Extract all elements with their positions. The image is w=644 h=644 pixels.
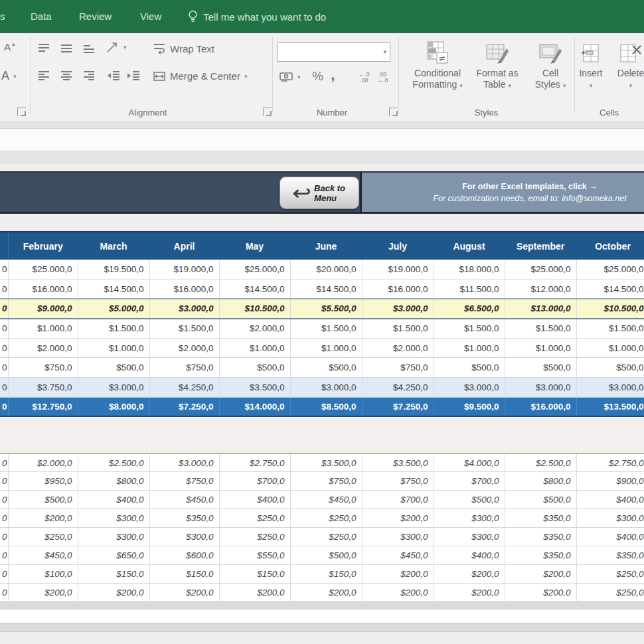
spreadsheet-cell[interactable]: $25.000,0 [219, 260, 290, 280]
spreadsheet-cell[interactable]: $16.000,0 [362, 280, 434, 299]
spreadsheet-cell[interactable]: $250,0 [576, 583, 644, 602]
tell-me-box[interactable]: Tell me what you want to do [188, 0, 326, 33]
spreadsheet-cell[interactable]: $150,0 [290, 564, 362, 583]
promo-line2[interactable]: For customization needs, email to: info@… [400, 194, 644, 203]
spreadsheet-cell[interactable]: $5.000,0 [78, 299, 149, 319]
orientation-button[interactable]: ▾ [105, 40, 127, 54]
spreadsheet-cell[interactable]: $14.500,0 [78, 280, 149, 299]
spreadsheet-cell[interactable]: $450,0 [290, 491, 362, 509]
spreadsheet-cell[interactable]: $250,0 [8, 528, 78, 546]
spreadsheet-cell[interactable]: $350,0 [505, 509, 576, 528]
spreadsheet-cell[interactable]: $500,0 [576, 358, 644, 378]
cell-partial[interactable]: 0 [0, 397, 8, 417]
align-top-button[interactable] [37, 42, 50, 53]
spreadsheet-cell[interactable]: $250,0 [219, 509, 290, 528]
spreadsheet-cell[interactable]: $20.000,0 [290, 260, 362, 280]
decrease-indent-button[interactable] [106, 70, 121, 81]
spreadsheet-cell[interactable]: $2.500,0 [505, 453, 576, 472]
spreadsheet-cell[interactable]: $12.750,0 [8, 397, 78, 417]
spreadsheet-cell[interactable]: $1.000,0 [8, 319, 78, 339]
spreadsheet-cell[interactable]: $500,0 [219, 358, 290, 378]
spreadsheet-cell[interactable]: $750,0 [149, 358, 219, 378]
spreadsheet-cell[interactable]: $11.500,0 [434, 280, 505, 299]
spreadsheet-cell[interactable]: $3.000,0 [576, 378, 644, 398]
spreadsheet-cell[interactable]: $200,0 [505, 564, 576, 583]
spreadsheet-cell[interactable]: $2.000,0 [219, 319, 290, 339]
spreadsheet-cell[interactable]: $750,0 [8, 358, 78, 378]
spreadsheet-cell[interactable]: $3.500,0 [290, 453, 362, 472]
spreadsheet-cell[interactable]: $9.500,0 [434, 397, 505, 417]
spreadsheet-cell[interactable]: $800,0 [78, 472, 149, 491]
spreadsheet-cell[interactable]: $650,0 [78, 546, 149, 564]
spreadsheet-cell[interactable]: $1.000,0 [576, 338, 644, 358]
cell-partial[interactable]: 0 [0, 358, 8, 378]
spreadsheet-cell[interactable]: $300,0 [149, 528, 219, 546]
spreadsheet-cell[interactable]: $400,0 [576, 491, 644, 509]
spreadsheet-cell[interactable]: $2.000,0 [8, 453, 78, 472]
spreadsheet-cell[interactable]: $250,0 [290, 528, 362, 546]
promo-line1[interactable]: For other Excel templates, click → [400, 182, 644, 191]
increase-decimal-button[interactable]: ←.0.00 [359, 72, 370, 84]
accounting-format-button[interactable]: ▾ [279, 72, 301, 82]
spreadsheet-cell[interactable]: $16.000,0 [8, 280, 78, 299]
spreadsheet-cell[interactable]: $500,0 [434, 491, 505, 509]
align-bottom-button[interactable] [82, 42, 96, 53]
cell-partial[interactable]: 0 [0, 299, 8, 319]
cell-partial[interactable]: 0 [0, 338, 8, 358]
spreadsheet-cell[interactable]: $1.500,0 [434, 319, 505, 339]
spreadsheet-cell[interactable]: $14.500,0 [219, 280, 290, 299]
spreadsheet-cell[interactable]: $13.000,0 [505, 299, 576, 319]
align-left-button[interactable] [37, 70, 50, 81]
month-header-cell[interactable]: July [362, 232, 434, 260]
spreadsheet-cell[interactable]: $450,0 [8, 546, 78, 564]
spreadsheet-cell[interactable]: $750,0 [149, 472, 219, 491]
align-right-button[interactable] [82, 70, 96, 81]
cell-partial[interactable]: 0 [0, 280, 8, 299]
spreadsheet-cell[interactable]: $350,0 [505, 546, 576, 564]
spreadsheet-cell[interactable]: $350,0 [505, 528, 576, 546]
spreadsheet-cell[interactable]: $25.000,0 [505, 260, 576, 280]
spreadsheet-cell[interactable]: $400,0 [219, 491, 290, 509]
spreadsheet-cell[interactable]: $1.500,0 [149, 319, 219, 339]
spreadsheet-cell[interactable]: $500,0 [505, 491, 576, 509]
alignment-dialog-launcher[interactable] [263, 108, 272, 116]
spreadsheet-cell[interactable]: $2.000,0 [8, 338, 78, 358]
spreadsheet-cell[interactable]: $450,0 [149, 491, 219, 509]
spreadsheet-cell[interactable]: $1.500,0 [290, 319, 362, 339]
menu-item-review[interactable]: Review [79, 0, 112, 33]
spreadsheet-cell[interactable]: $3.750,0 [8, 378, 78, 398]
spreadsheet-cell[interactable]: $200,0 [78, 583, 149, 602]
insert-button[interactable]: Insert▾ [572, 39, 609, 92]
spreadsheet-cell[interactable]: $700,0 [434, 472, 505, 491]
spreadsheet-cell[interactable]: $1.000,0 [219, 338, 290, 358]
cell-partial[interactable]: 0 [0, 472, 8, 491]
spreadsheet-cell[interactable]: $200,0 [8, 583, 78, 602]
spreadsheet-cell[interactable]: $3.000,0 [434, 378, 505, 398]
comma-style-button[interactable]: , [331, 65, 335, 84]
spreadsheet-cell[interactable]: $700,0 [219, 472, 290, 491]
spreadsheet-cell[interactable]: $200,0 [362, 509, 434, 528]
spreadsheet-cell[interactable]: $200,0 [434, 564, 505, 583]
spreadsheet-cell[interactable]: $16.000,0 [505, 397, 576, 417]
spreadsheet-cell[interactable]: $300,0 [362, 528, 434, 546]
increase-indent-button[interactable] [126, 70, 141, 81]
spreadsheet-cell[interactable]: $19.000,0 [149, 260, 219, 280]
cell-partial[interactable]: 0 [0, 546, 8, 564]
spreadsheet-cell[interactable]: $2.750,0 [219, 453, 290, 472]
spreadsheet-cell[interactable]: $16.000,0 [149, 280, 219, 299]
cell-partial[interactable]: 0 [0, 491, 8, 509]
spreadsheet-cell[interactable]: $1.000,0 [290, 338, 362, 358]
spreadsheet-cell[interactable]: $700,0 [362, 491, 434, 509]
spreadsheet-cell[interactable]: $300,0 [434, 509, 505, 528]
spreadsheet-cell[interactable]: $200,0 [290, 583, 362, 602]
spreadsheet-cell[interactable]: $300,0 [78, 528, 149, 546]
spreadsheet-cell[interactable]: $500,0 [290, 358, 362, 378]
month-header-cell[interactable]: September [505, 232, 576, 260]
spreadsheet-cell[interactable]: $25.000,0 [8, 260, 78, 280]
spreadsheet-cell[interactable]: $150,0 [219, 564, 290, 583]
spreadsheet-cell[interactable]: $10.500,0 [219, 299, 290, 319]
merge-center-button[interactable]: Merge & Center ▾ [153, 70, 247, 82]
month-header-cell[interactable]: February [8, 232, 78, 260]
spreadsheet-cell[interactable]: $750,0 [290, 472, 362, 491]
spreadsheet-cell[interactable]: $200,0 [149, 583, 219, 602]
